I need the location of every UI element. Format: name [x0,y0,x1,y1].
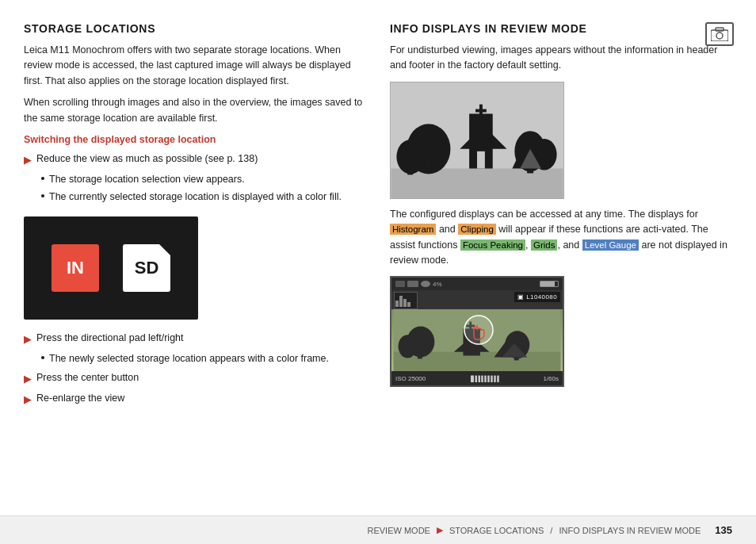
main-content: STORAGE LOCATIONS Leica M11 Monochrom of… [0,0,756,515]
arrow-icon-3: ▶ [24,371,32,387]
para2-comma1: , [525,239,531,251]
cam-file-info: ▣ L1040080 [514,292,560,302]
right-para2: The configured displays can be accessed … [390,207,732,269]
storage-image-box: IN SD [24,216,198,320]
svg-rect-0 [711,30,728,41]
left-column: STORAGE LOCATIONS Leica M11 Monochrom of… [24,22,366,500]
para2-between1: and [436,224,458,235]
cam-shutter: 1/60s [543,375,559,382]
svg-point-1 [716,33,723,39]
svg-rect-2 [716,28,724,31]
cam-battery-bar [540,281,559,287]
nav-info-displays: INFO DISPLAYS IN REVIEW MODE [559,526,701,535]
footer-nav: REVIEW MODE ▶ STORAGE LOCATIONS / INFO D… [0,515,756,544]
church-svg [391,82,563,198]
dot-icon-3 [41,356,44,359]
cam-file-number: L1040080 [526,293,557,301]
bullet-2-text: Press the directional pad left/right [36,331,184,346]
sub-bullet-1-2-text: The currently selected storage location … [49,190,342,205]
para2-before-hist: The configured displays can be accessed … [390,209,698,220]
cam-histogram-bar: ▐▌▌▌▌▌▌▌▌▌ [469,376,501,381]
sd-label: SD [135,258,159,278]
cam-header: 4% [391,278,563,290]
in-label: IN [67,258,84,278]
bullet-4: ▶ Re-enlarge the view [24,391,366,408]
nav-review-mode: REVIEW MODE [367,526,430,535]
left-section-title: STORAGE LOCATIONS [24,22,366,35]
hist-bar1 [395,301,399,307]
sub-bullet-2-1: The newly selected storage location appe… [41,351,366,366]
level-gauge-highlight: Level Gauge [582,239,639,251]
cam-footer: ISO 25000 ▐▌▌▌▌▌▌▌▌▌ 1/60s [391,371,563,385]
right-column: INFO DISPLAYS IN REVIEW MODE For undistu… [390,22,732,500]
cam-body-area: ▣ L1040080 [391,290,563,371]
right-section-title: INFO DISPLAYS IN REVIEW MODE [390,22,732,35]
arrow-icon-1: ▶ [24,152,32,168]
cam-cam-icon [421,281,430,287]
right-para1: For undisturbed viewing, images appears … [390,43,732,74]
sub-bullet-1-2: The currently selected storage location … [41,190,366,205]
svg-rect-22 [418,353,422,359]
cam-sd-icon [407,281,418,287]
nav-separator: / [550,526,552,535]
dot-icon-2 [41,194,44,197]
focus-peaking-highlight: Focus Peaking [460,239,525,251]
cam-percent: 4% [433,281,442,288]
cam-mode-icon [395,281,405,287]
cam-iso: ISO 25000 [395,375,426,382]
grids-highlight: Grids [531,239,557,251]
nav-storage-locations: STORAGE LOCATIONS [449,526,544,535]
bullet-1: ▶ Reduce the view as much as possible (s… [24,151,366,168]
hist-bar4 [407,302,410,307]
hist-bar3 [403,299,407,307]
hist-bar2 [399,296,403,307]
subsection-title: Switching the displayed storage location [24,134,366,145]
left-para1: Leica M11 Monochrom offers with two sepa… [24,43,366,89]
arrow-icon-4: ▶ [24,392,32,408]
in-icon: IN [52,244,99,292]
para2-between2: , and [557,239,582,251]
svg-rect-7 [475,109,487,112]
cam-battery-fill [540,282,555,286]
camera-screen: 4% [390,276,564,387]
svg-rect-9 [477,151,485,169]
svg-rect-11 [426,160,432,172]
arrow-icon-2: ▶ [24,331,32,347]
bullet-4-text: Re-enlarge the view [36,391,124,406]
dot-icon [41,177,44,180]
hand-cursor-svg [463,314,494,346]
svg-rect-4 [391,168,563,197]
sub-bullet-1-1-text: The storage location selection view appe… [49,172,245,187]
bullet-1-text: Reduce the view as much as possible (see… [36,151,258,167]
sub-bullet-2-1-text: The newly selected storage location appe… [49,351,329,366]
sd-icon: SD [123,244,170,292]
cam-header-icons: 4% [395,281,442,288]
bullet-2: ▶ Press the directional pad left/right [24,331,366,347]
clipping-highlight: Clipping [458,224,496,235]
svg-rect-13 [407,167,413,174]
cam-battery-area [540,281,559,287]
camera-icon [705,22,734,46]
page-number: 135 [715,524,732,536]
sub-bullet-1-1: The storage location selection view appe… [41,172,366,187]
cam-histogram-thumb [394,292,418,309]
cam-file-label: ▣ [517,293,526,301]
svg-point-23 [399,335,417,358]
nav-arrow-1: ▶ [437,525,443,535]
left-para2: When scrolling through images and also i… [24,95,366,126]
bullet-3: ▶ Press the center button [24,370,366,387]
church-image-box [390,82,564,199]
bullet-3-text: Press the center button [36,370,139,385]
page-container: STORAGE LOCATIONS Leica M11 Monochrom of… [0,0,756,544]
histogram-highlight: Histogram [390,224,436,235]
